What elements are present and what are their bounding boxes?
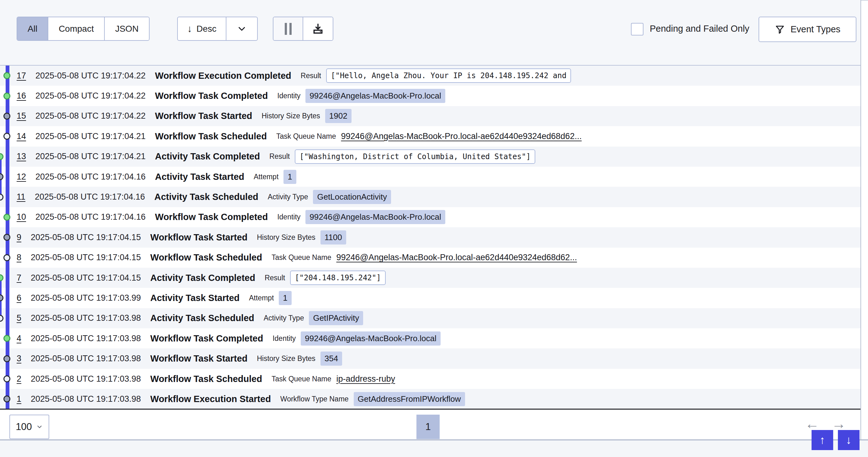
event-detail-value[interactable]: 99246@Angelas-MacBook-Pro.local-ae62d440… [341,132,581,141]
event-id-link[interactable]: 17 [17,71,26,81]
event-id-link[interactable]: 2 [17,374,21,384]
event-type: Workflow Execution Started [150,394,271,404]
event-detail-value: GetAddressFromIPWorkflow [354,392,465,406]
event-timestamp: 2025-05-08 UTC 19:17:04.15 [31,273,141,283]
event-timestamp: 2025-05-08 UTC 19:17:03.98 [31,354,141,364]
event-type: Activity Task Started [155,172,244,182]
event-row[interactable]: 5 2025-05-08 UTC 19:17:03.98 Activity Ta… [0,308,861,328]
event-id-link[interactable]: 8 [17,253,21,262]
event-detail-value: 1902 [325,109,351,123]
sort-dropdown-button[interactable] [226,17,257,40]
event-row[interactable]: 14 2025-05-08 UTC 19:17:04.21 Workflow T… [0,126,861,146]
tab-all[interactable]: All [17,17,48,40]
event-id-link[interactable]: 7 [17,273,21,283]
event-row[interactable]: 17 2025-05-08 UTC 19:17:04.22 Workflow E… [0,66,861,86]
page-size-value: 100 [16,421,32,432]
event-id-link[interactable]: 1 [17,394,21,404]
event-id-link[interactable]: 9 [17,233,21,242]
chevron-down-icon [237,24,247,34]
event-detail-label: History Size Bytes [257,233,315,242]
event-id-link[interactable]: 5 [17,313,21,323]
pause-button[interactable] [274,17,303,40]
event-detail-value[interactable]: ip-address-ruby [336,374,395,384]
event-detail-label: Workflow Type Name [280,395,349,403]
right-edge-divider [861,0,861,439]
event-type: Workflow Task Started [155,111,252,121]
event-row[interactable]: 9 2025-05-08 UTC 19:17:04.15 Workflow Ta… [0,227,861,247]
event-status-dot [0,194,3,201]
event-detail-value: 1 [279,291,291,305]
event-row[interactable]: 7 2025-05-08 UTC 19:17:04.15 Activity Ta… [0,268,861,288]
event-status-dot [0,274,3,281]
event-detail-value: 354 [320,351,342,366]
tab-compact[interactable]: Compact [48,17,104,40]
event-timestamp: 2025-05-08 UTC 19:17:04.16 [35,212,146,222]
event-id-link[interactable]: 4 [17,334,21,343]
event-detail-value: GetIPActivity [309,311,363,325]
event-id-link[interactable]: 15 [17,111,26,121]
sort-label: Desc [197,24,217,34]
event-row[interactable]: 1 2025-05-08 UTC 19:17:03.98 Workflow Ex… [0,389,861,409]
timeline-line [6,147,9,167]
event-row[interactable]: 16 2025-05-08 UTC 19:17:04.22 Workflow T… [0,86,861,106]
event-timestamp: 2025-05-08 UTC 19:17:03.98 [31,334,141,343]
scroll-to-top-button[interactable]: ↑ [811,430,833,450]
event-timestamp: 2025-05-08 UTC 19:17:04.22 [35,91,146,101]
event-id-link[interactable]: 13 [17,151,26,161]
event-type: Workflow Task Completed [155,91,268,101]
event-row[interactable]: 2 2025-05-08 UTC 19:17:03.98 Workflow Ta… [0,369,861,389]
event-detail-value[interactable]: 99246@Angelas-MacBook-Pro.local-ae62d440… [336,253,577,262]
event-type: Activity Task Scheduled [150,313,254,323]
event-timestamp: 2025-05-08 UTC 19:17:03.99 [31,293,141,303]
tab-json[interactable]: JSON [104,17,149,40]
event-detail-label: Activity Type [264,314,304,322]
event-row[interactable]: 12 2025-05-08 UTC 19:17:04.16 Activity T… [0,167,861,187]
arrow-right-icon: → [832,415,846,432]
arrow-down-icon: ↓ [846,433,852,447]
event-row[interactable]: 4 2025-05-08 UTC 19:17:03.98 Workflow Ta… [0,328,861,348]
event-status-dot [3,355,10,362]
event-row[interactable]: 15 2025-05-08 UTC 19:17:04.22 Workflow T… [0,106,861,126]
event-detail-label: Activity Type [268,193,308,201]
event-id-link[interactable]: 16 [17,91,26,101]
event-type: Activity Task Scheduled [154,192,258,202]
event-detail-value: GetLocationActivity [313,190,391,204]
event-row[interactable]: 8 2025-05-08 UTC 19:17:04.15 Workflow Ta… [0,248,861,268]
sort-button-group: ↓ Desc [177,17,258,41]
pause-icon [289,23,291,35]
event-detail-label: Task Queue Name [272,375,331,383]
event-id-link[interactable]: 3 [17,354,21,364]
event-types-button[interactable]: Event Types [758,17,857,42]
event-timestamp: 2025-05-08 UTC 19:17:04.22 [35,111,146,121]
event-row[interactable]: 10 2025-05-08 UTC 19:17:04.16 Workflow T… [0,207,861,227]
chevron-down-icon [36,423,43,430]
event-detail-label: History Size Bytes [261,112,320,120]
event-timestamp: 2025-05-08 UTC 19:17:04.15 [31,233,141,242]
page-size-select[interactable]: 100 [9,415,49,439]
timeline-line [6,308,9,328]
event-type: Workflow Task Completed [155,212,268,222]
arrow-down-icon: ↓ [187,24,192,34]
page-number-button[interactable]: 1 [416,415,440,439]
event-detail-label: Attempt [249,294,274,302]
event-id-link[interactable]: 14 [17,132,26,141]
pending-failed-checkbox[interactable] [631,23,644,35]
download-button[interactable] [303,17,333,40]
event-row[interactable]: 6 2025-05-08 UTC 19:17:03.99 Activity Ta… [0,288,861,308]
event-table: 17 2025-05-08 UTC 19:17:04.22 Workflow E… [0,65,861,409]
timeline-line [6,167,9,187]
event-row[interactable]: 3 2025-05-08 UTC 19:17:03.98 Workflow Ta… [0,348,861,369]
scroll-to-bottom-button[interactable]: ↓ [838,430,860,450]
event-id-link[interactable]: 12 [17,172,26,182]
event-id-link[interactable]: 10 [17,212,26,222]
sort-desc-button[interactable]: ↓ Desc [178,17,226,40]
footer-bar [0,439,868,457]
event-row[interactable]: 13 2025-05-08 UTC 19:17:04.21 Activity T… [0,147,861,167]
event-id-link[interactable]: 11 [17,192,25,202]
event-id-link[interactable]: 6 [17,293,21,303]
event-status-dot [0,173,3,180]
timeline-line [6,268,9,288]
event-row[interactable]: 11 2025-05-08 UTC 19:17:04.16 Activity T… [0,187,861,207]
event-detail-label: Task Queue Name [276,132,336,141]
event-types-label: Event Types [790,24,840,34]
